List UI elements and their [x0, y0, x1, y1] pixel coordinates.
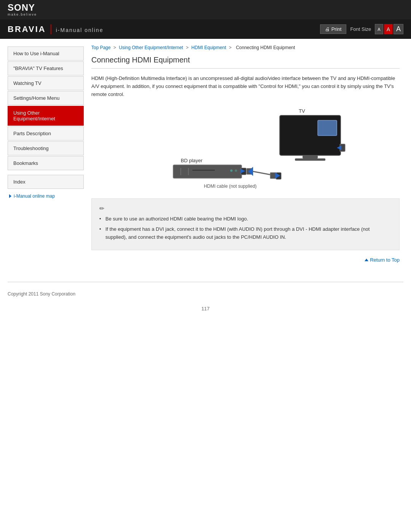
return-to-top[interactable]: Return to Top — [91, 256, 400, 263]
breadcrumb-current: Connecting HDMI Equipment — [236, 45, 295, 50]
footer-divider — [8, 282, 403, 282]
sidebar-item-index[interactable]: Index — [8, 175, 84, 189]
copyright-text: Copyright 2011 Sony Corporation — [8, 291, 75, 297]
sidebar-item-settings[interactable]: Settings/Home Menu — [8, 91, 84, 105]
svg-rect-4 — [295, 158, 325, 161]
breadcrumb-item2[interactable]: Using Other Equipment/Internet — [119, 45, 183, 50]
bravia-logo-text: BRAVIA — [8, 24, 51, 34]
header-controls: 🖨 Print Font Size A A A — [320, 24, 403, 34]
sidebar-item-using-other[interactable]: Using Other Equipment/Internet — [8, 106, 84, 126]
breadcrumb-top[interactable]: Top Page — [91, 45, 111, 50]
font-size-label: Font Size — [350, 26, 371, 32]
sidebar-item-how-to-use[interactable]: How to Use i-Manual — [8, 46, 84, 61]
triangle-up-icon — [365, 259, 368, 261]
note-item-1: Be sure to use an authorized HDMI cable … — [99, 215, 392, 223]
note-icon: ✏ — [99, 205, 392, 212]
svg-point-13 — [235, 169, 237, 172]
svg-rect-3 — [303, 155, 318, 158]
sidebar: How to Use i-Manual "BRAVIA" TV Features… — [0, 39, 84, 278]
breadcrumb-sep2: > — [186, 45, 190, 50]
font-large-button[interactable]: A — [393, 24, 403, 34]
font-size-controls: A A A — [375, 24, 403, 34]
svg-text:TV: TV — [299, 108, 305, 114]
page-title: Connecting HDMI Equipment — [91, 56, 400, 69]
breadcrumb-item3[interactable]: HDMI Equipment — [191, 45, 226, 50]
print-button[interactable]: 🖨 Print — [320, 24, 347, 34]
arrow-right-icon — [9, 194, 11, 198]
connection-diagram-svg: TV BD player — [135, 106, 356, 190]
sidebar-item-bookmarks[interactable]: Bookmarks — [8, 156, 84, 170]
sidebar-item-parts[interactable]: Parts Description — [8, 126, 84, 141]
header-bar: BRAVIA i-Manual online 🖨 Print Font Size… — [0, 19, 411, 39]
nav-separator — [8, 171, 84, 175]
imanual-map-anchor[interactable]: i-Manual online map — [9, 193, 84, 199]
svg-rect-11 — [192, 169, 215, 171]
svg-text:HDMI cable (not supplied): HDMI cable (not supplied) — [204, 184, 257, 189]
sidebar-item-troubleshooting[interactable]: Troubleshooting — [8, 141, 84, 155]
return-to-top-link[interactable]: Return to Top — [365, 257, 400, 263]
bravia-title: BRAVIA i-Manual online — [8, 24, 104, 34]
font-small-button[interactable]: A — [375, 24, 383, 34]
content-description: HDMI (High-Definition Multimedia Interfa… — [91, 75, 400, 98]
main-container: How to Use i-Manual "BRAVIA" TV Features… — [0, 39, 411, 278]
note-item-2: If the equipment has a DVI jack, connect… — [99, 225, 392, 241]
page-number: 117 — [0, 302, 411, 315]
svg-rect-2 — [318, 120, 337, 136]
hdmi-diagram: TV BD player — [91, 106, 400, 191]
svg-text:BD player: BD player — [181, 158, 203, 163]
footer: Copyright 2011 Sony Corporation — [0, 286, 411, 302]
svg-point-12 — [230, 169, 233, 172]
print-icon: 🖨 — [325, 26, 330, 32]
sony-logo: SONY make.believe — [8, 3, 37, 16]
sidebar-item-watching-tv[interactable]: Watching TV — [8, 76, 84, 90]
breadcrumb: Top Page > Using Other Equipment/Interne… — [91, 43, 400, 50]
note-box: ✏ Be sure to use an authorized HDMI cabl… — [91, 198, 400, 250]
content-area: Top Page > Using Other Equipment/Interne… — [84, 39, 411, 278]
font-medium-button[interactable]: A — [384, 24, 393, 34]
top-bar: SONY make.believe — [0, 0, 411, 19]
imanual-subtitle: i-Manual online — [56, 27, 104, 33]
sidebar-item-bravia-features[interactable]: "BRAVIA" TV Features — [8, 61, 84, 75]
breadcrumb-sep3: > — [229, 45, 233, 50]
breadcrumb-sep1: > — [113, 45, 117, 50]
imanual-map-link[interactable]: i-Manual online map — [8, 193, 84, 199]
